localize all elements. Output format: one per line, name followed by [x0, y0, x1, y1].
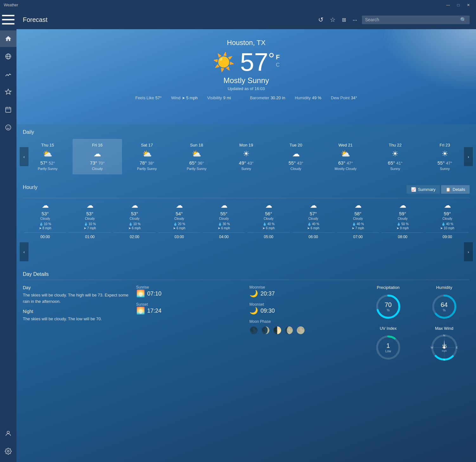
- moon-phase-container: Moon Phase 🌑 🌒 🌓 🌔 🌕: [249, 319, 357, 335]
- minimize-button[interactable]: —: [444, 1, 452, 9]
- hourly-cards: ☁ 53° Cloudy 💧 10 % ➤ 8 mph 00:00 ☁ 53° …: [23, 198, 470, 242]
- gear-icon: [5, 448, 12, 455]
- hourly-title: Hourly: [23, 185, 37, 190]
- hourly-card-5: ☁ 56° Cloudy 💧 40 % ➤ 6 mph 05:00: [246, 198, 291, 242]
- app-container: Forecast ↺ ☆ ⊞ ··· 🔍 Houston, TX ☀️: [0, 10, 476, 462]
- pin-button[interactable]: ⊞: [342, 17, 346, 23]
- dew-point-detail: Dew Point 34°: [331, 95, 357, 100]
- precipitation-gauge: Precipitation 70 %: [363, 285, 414, 321]
- hourly-temp-9: 59°: [426, 211, 468, 216]
- hourly-precip-5: 💧 40 % ➤ 6 mph: [248, 222, 290, 230]
- hourly-precip-4: 💧 30 % ➤ 6 mph: [203, 222, 245, 230]
- star-icon: [5, 88, 12, 95]
- temp-unit: F C: [276, 53, 280, 68]
- daily-icon-4: ☀: [224, 149, 269, 158]
- sidebar-item-favorites[interactable]: [0, 84, 16, 100]
- daily-condition-4: Sunny: [224, 167, 269, 171]
- daily-condition-2: Partly Sunny: [125, 167, 169, 171]
- daily-card-7[interactable]: Thu 22 ☀ 65°41° Sunny: [370, 139, 420, 174]
- unit-f[interactable]: F: [276, 53, 280, 62]
- daily-card-4[interactable]: Mon 19 ☀ 49°43° Sunny: [222, 139, 271, 174]
- hourly-precip-6: 💧 40 % ➤ 6 mph: [292, 222, 334, 230]
- tab-summary[interactable]: 📈 Summary: [407, 185, 440, 194]
- daily-day-4: Mon 19: [224, 143, 269, 147]
- hourly-time-4: 04:00: [203, 232, 245, 239]
- search-input[interactable]: [365, 17, 460, 22]
- favorite-button[interactable]: ☆: [330, 16, 336, 23]
- hourly-tabs: 📈 Summary 📋 Details: [407, 185, 470, 194]
- sidebar-item-news[interactable]: [0, 48, 16, 65]
- weather-content: Houston, TX ☀️ 57 ° F C Mostly Sunny Upd…: [16, 29, 476, 462]
- daily-day-1: Fri 16: [75, 143, 120, 147]
- sidebar-item-settings[interactable]: [0, 443, 16, 459]
- moon-phase-1: 🌑: [249, 326, 258, 335]
- uv-value: 1: [385, 342, 391, 349]
- sidebar-item-charts[interactable]: [0, 66, 16, 82]
- daily-condition-3: Partly Sunny: [174, 167, 219, 171]
- precipitation-unit: %: [385, 309, 392, 312]
- maximize-button[interactable]: □: [454, 1, 462, 9]
- hourly-icon-5: ☁: [248, 201, 290, 210]
- daily-day-7: Thu 22: [373, 143, 418, 147]
- daily-card-2[interactable]: Sat 17 ⛅ 78°38° Partly Sunny: [122, 139, 172, 174]
- hourly-icon-9: ☁: [426, 201, 468, 210]
- daily-scroll-right[interactable]: ›: [464, 147, 473, 166]
- humidity-circle: 64 %: [430, 292, 459, 321]
- more-button[interactable]: ···: [352, 16, 357, 23]
- daily-icon-5: ☁: [273, 149, 318, 158]
- hamburger-icon: [0, 11, 16, 28]
- compass-e: E: [456, 346, 458, 349]
- sidebar-item-emoji[interactable]: [0, 119, 16, 136]
- hourly-condition-3: Cloudy: [158, 217, 200, 220]
- sunset-item: Sunset 🌅 17:24: [136, 302, 243, 315]
- hourly-scroll-right[interactable]: ›: [464, 242, 473, 261]
- daily-temps-8: 55°47°: [422, 160, 467, 166]
- hourly-time-1: 01:00: [69, 232, 111, 239]
- daily-card-1[interactable]: Fri 16 ☁ 73°70° Cloudy: [73, 139, 122, 174]
- hourly-condition-8: Cloudy: [382, 217, 424, 220]
- sunrise-label: Sunrise: [136, 285, 162, 290]
- daily-scroll-left[interactable]: ‹: [20, 147, 29, 166]
- daily-card-3[interactable]: Sun 18 ⛅ 65°36° Partly Sunny: [172, 139, 222, 174]
- uv-text: 1 Low: [385, 342, 391, 353]
- daily-icon-2: ⛅: [125, 149, 169, 158]
- daily-card-5[interactable]: Tue 20 ☁ 55°43° Cloudy: [271, 139, 321, 174]
- close-button[interactable]: ✕: [465, 1, 472, 9]
- hourly-precip-2: 💧 10 % ➤ 6 mph: [113, 222, 156, 230]
- daily-temps-7: 65°41°: [373, 160, 418, 166]
- unit-c[interactable]: C: [276, 62, 280, 68]
- daily-card-0[interactable]: Thu 15 ⛅ 57°52° Partly Sunny: [23, 139, 73, 174]
- hero-section: Houston, TX ☀️ 57 ° F C Mostly Sunny Upd…: [16, 29, 476, 124]
- precipitation-text: 70 %: [385, 301, 392, 312]
- app-title: Weather: [4, 3, 18, 7]
- hourly-time-8: 08:00: [382, 232, 424, 239]
- emoji-icon: [5, 124, 12, 131]
- summary-chart-icon: 📈: [411, 187, 416, 192]
- sidebar: [0, 10, 16, 462]
- hourly-card-6: ☁ 57° Cloudy 💧 40 % ➤ 6 mph 06:00: [291, 198, 336, 242]
- daily-temps-0: 57°52°: [25, 160, 70, 166]
- moon-phase-3: 🌓: [273, 326, 281, 335]
- tab-details[interactable]: 📋 Details: [441, 185, 470, 194]
- hourly-condition-9: Cloudy: [426, 217, 468, 220]
- hourly-icon-8: ☁: [382, 201, 424, 210]
- home-icon: [5, 35, 12, 42]
- hourly-scroll-left[interactable]: ‹: [20, 242, 29, 261]
- daily-card-6[interactable]: Wed 21 ⛅ 63°47° Mostly Cloudy: [321, 139, 370, 174]
- gauges-grid: Precipitation 70 %: [363, 285, 470, 362]
- refresh-button[interactable]: ↺: [318, 16, 324, 23]
- hamburger-button[interactable]: [0, 10, 16, 29]
- humidity-text: 64 %: [441, 301, 448, 312]
- sidebar-item-calendar[interactable]: [0, 101, 16, 118]
- day-details-title: Day Details: [23, 271, 470, 280]
- daily-day-5: Tue 20: [273, 143, 318, 147]
- hourly-icon-3: ☁: [158, 201, 200, 210]
- uv-gauge: UV Index 1 Low: [363, 326, 414, 362]
- sidebar-item-account[interactable]: [0, 425, 16, 442]
- hourly-temp-7: 58°: [337, 211, 379, 216]
- daily-card-8[interactable]: Fri 23 ☀ 55°47° Sunny: [420, 139, 470, 174]
- temperature-display: 57 ° F C: [240, 49, 280, 75]
- hourly-icon-7: ☁: [337, 201, 379, 210]
- sidebar-item-home[interactable]: [0, 30, 16, 47]
- gauges-col: Precipitation 70 %: [363, 285, 470, 362]
